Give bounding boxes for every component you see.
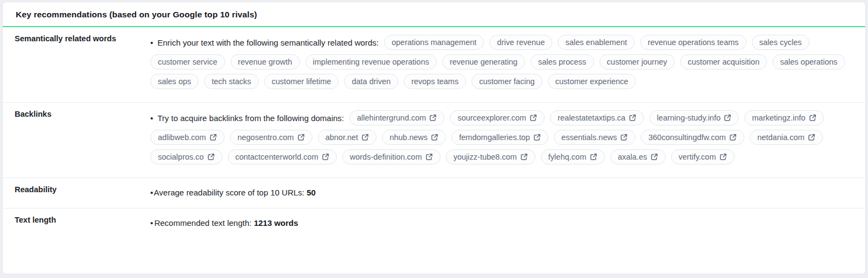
- semantic-word-tag: customer experience: [548, 74, 636, 89]
- backlink-domains-list: • Try to acquire backlinks from the foll…: [150, 108, 852, 165]
- backlink-domain-label: vertify.com: [679, 153, 716, 161]
- backlink-domain-link[interactable]: femdomgalleries.top: [451, 130, 548, 145]
- row-content-semantic-words: • Enrich your text with the following se…: [150, 27, 865, 102]
- semantic-word-tag: revenue operations teams: [640, 35, 746, 50]
- semantic-word-tag: customer service: [150, 54, 225, 70]
- backlink-domain-link[interactable]: learning-study.info: [649, 110, 739, 125]
- external-link-icon: [529, 114, 537, 122]
- external-link-icon: [431, 134, 438, 141]
- bullet-point: •: [150, 38, 153, 47]
- backlink-domain-link[interactable]: nhub.news: [382, 130, 446, 145]
- external-link-icon: [429, 114, 437, 122]
- backlink-domain-link[interactable]: words-definition.com: [342, 149, 441, 165]
- row-semantic-words: Semantically related words • Enrich your…: [3, 27, 865, 103]
- backlink-domain-label: nhub.news: [390, 133, 427, 142]
- semantic-word-tag: customer journey: [599, 54, 675, 70]
- backlink-domain-link[interactable]: netdania.com: [750, 130, 823, 145]
- row-label-readability: Readability: [15, 178, 150, 208]
- semantic-word-tag: operations management: [384, 35, 484, 50]
- backlink-domain-label: sourceexplorer.com: [457, 113, 526, 122]
- backlink-domain-label: essentials.news: [561, 133, 617, 142]
- backlink-domain-link[interactable]: abnor.net: [318, 130, 376, 145]
- semantic-word-tag: sales operations: [773, 54, 845, 70]
- semantic-words-list: • Enrich your text with the following se…: [150, 33, 852, 89]
- external-link-icon: [520, 153, 528, 161]
- backlink-domain-link[interactable]: negosentro.com: [230, 130, 312, 145]
- backlink-domain-label: 360consultingdfw.com: [648, 133, 726, 142]
- backlink-domain-label: axala.es: [618, 153, 647, 161]
- external-link-icon: [724, 114, 731, 122]
- row-readability: Readability • Average readability score …: [3, 178, 865, 208]
- external-link-icon: [209, 134, 217, 141]
- external-link-icon: [590, 153, 597, 161]
- backlink-domain-label: socialpros.co: [158, 153, 204, 161]
- row-text-length: Text length • Recommended text length: 1…: [3, 208, 865, 238]
- row-backlinks: Backlinks • Try to acquire backlinks fro…: [3, 103, 865, 178]
- backlink-domain-link[interactable]: youjizz-tube8.com: [446, 149, 535, 165]
- backlink-domain-link[interactable]: realestatetaxtips.ca: [550, 110, 644, 125]
- backlink-domain-label: abnor.net: [326, 133, 358, 142]
- semantic-word-tag: customer lifetime: [264, 74, 339, 89]
- semantic-word-tag: implementing revenue operations: [305, 54, 437, 70]
- backlink-domain-label: youjizz-tube8.com: [454, 153, 517, 161]
- external-link-icon: [809, 114, 816, 122]
- backlink-domain-link[interactable]: socialpros.co: [150, 149, 222, 165]
- external-link-icon: [808, 134, 815, 141]
- backlink-domain-label: femdomgalleries.top: [459, 133, 530, 142]
- backlink-domain-link[interactable]: sourceexplorer.com: [450, 110, 545, 125]
- text-length-lead-text: Recommended text length:: [154, 218, 251, 228]
- row-label-backlinks: Backlinks: [15, 103, 150, 178]
- backlink-domain-label: allehintergrund.com: [357, 113, 426, 122]
- semantic-word-tag: sales process: [531, 54, 594, 70]
- external-link-icon: [650, 153, 658, 161]
- external-link-icon: [533, 134, 541, 141]
- backlink-domain-link[interactable]: marketingz.info: [744, 110, 824, 125]
- backlink-domain-link[interactable]: fylehq.com: [541, 149, 605, 165]
- backlink-domain-link[interactable]: allehintergrund.com: [349, 110, 444, 125]
- external-link-icon: [629, 114, 636, 122]
- semantic-word-tag: revenue growth: [231, 54, 300, 70]
- row-label-semantic-words: Semantically related words: [15, 27, 150, 102]
- external-link-icon: [361, 134, 369, 141]
- backlink-domain-label: realestatetaxtips.ca: [558, 113, 626, 122]
- backlink-domain-link[interactable]: axala.es: [610, 149, 666, 165]
- text-length-line: • Recommended text length: 1213 words: [150, 214, 852, 228]
- external-link-icon: [729, 134, 737, 141]
- semantic-word-tag: sales enablement: [558, 35, 635, 50]
- backlink-domain-label: adlibweb.com: [158, 133, 206, 142]
- external-link-icon: [719, 153, 727, 161]
- text-length-value: 1213 words: [254, 218, 298, 228]
- external-link-icon: [322, 153, 329, 161]
- card-header: Key recommendations (based on your Googl…: [3, 2, 865, 26]
- semantic-word-tag: sales cycles: [752, 35, 809, 50]
- backlink-domain-label: learning-study.info: [657, 113, 720, 122]
- semantic-word-tag: sales ops: [150, 74, 199, 89]
- semantic-word-tag: drive revenue: [489, 35, 552, 50]
- page-title: Key recommendations (based on your Googl…: [16, 10, 852, 20]
- backlink-domain-link[interactable]: adlibweb.com: [150, 130, 225, 145]
- external-link-icon: [297, 134, 305, 141]
- row-content-readability: • Average readability score of top 10 UR…: [150, 178, 865, 208]
- backlinks-lead-text: Try to acquire backlinks from the follow…: [157, 113, 344, 123]
- backlink-domain-label: fylehq.com: [548, 153, 586, 161]
- row-content-text-length: • Recommended text length: 1213 words: [150, 208, 865, 238]
- backlink-domain-label: marketingz.info: [752, 113, 805, 122]
- backlink-domain-link[interactable]: 360consultingdfw.com: [641, 130, 744, 145]
- backlink-domain-link[interactable]: essentials.news: [554, 130, 635, 145]
- backlink-domain-link[interactable]: vertify.com: [671, 149, 735, 165]
- semantic-word-tag: customer acquisition: [680, 54, 767, 70]
- readability-score-value: 50: [307, 188, 316, 197]
- semantic-word-tag: revenue generating: [442, 54, 525, 70]
- semantic-word-tag: tech stacks: [204, 74, 259, 89]
- external-link-icon: [425, 153, 433, 161]
- backlink-domain-link[interactable]: contactcenterworld.com: [228, 149, 337, 165]
- semantic-word-tag: customer facing: [471, 74, 542, 89]
- backlink-domain-label: words-definition.com: [350, 153, 422, 161]
- key-recommendations-card: Key recommendations (based on your Googl…: [2, 2, 866, 274]
- backlink-domain-label: negosentro.com: [238, 133, 294, 142]
- semantic-word-tag: revops teams: [404, 74, 466, 89]
- bullet-point: •: [150, 113, 153, 123]
- readability-line: • Average readability score of top 10 UR…: [150, 184, 852, 197]
- external-link-icon: [207, 153, 215, 161]
- semantic-word-tag: data driven: [344, 74, 398, 89]
